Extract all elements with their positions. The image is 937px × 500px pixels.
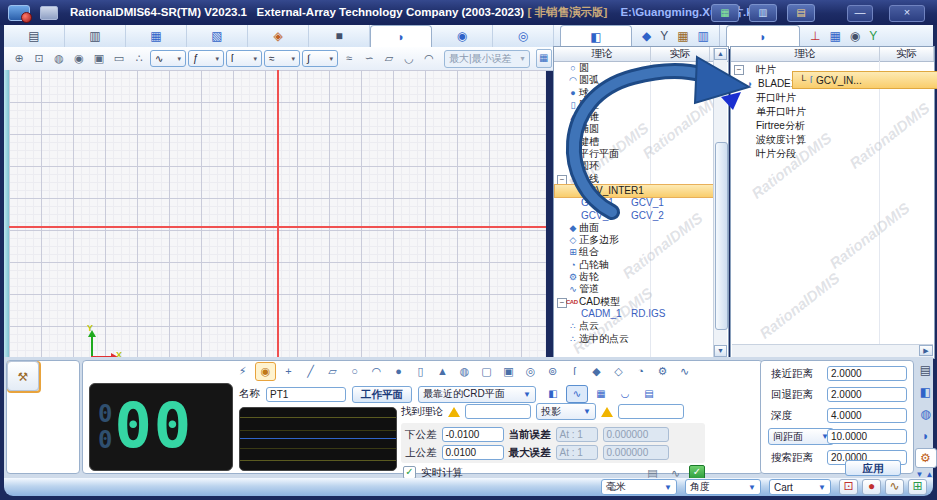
monitor-icon[interactable]: ▥ — [698, 30, 709, 42]
close-button[interactable]: × — [889, 5, 925, 22]
joystick-status-icon[interactable]: ⊞ — [908, 479, 927, 495]
tree-item[interactable]: ▯ 圆柱 — [555, 99, 713, 111]
theory-column-header[interactable]: 理论 — [554, 47, 651, 61]
report-grid-button[interactable]: ▦ — [536, 49, 553, 68]
tree-item[interactable]: Firtree分析 — [732, 119, 932, 133]
point-feature-icon[interactable]: ◉ — [255, 362, 276, 381]
probe-side-icon[interactable]: ◧ — [915, 382, 937, 402]
arc-up-icon[interactable]: ◡ — [400, 50, 418, 67]
app-icon[interactable] — [8, 5, 30, 21]
circle-feature-icon[interactable]: ○ — [345, 363, 364, 380]
scroll-right-icon[interactable]: ▶ — [919, 345, 933, 356]
tree-item[interactable]: 开口叶片 — [732, 91, 932, 105]
errorband-plane-icon[interactable]: ▱ — [380, 50, 398, 67]
controller-icon[interactable]: ▦ — [711, 4, 739, 22]
projection-input[interactable] — [618, 404, 684, 419]
arc-down-icon[interactable]: ◠ — [420, 50, 438, 67]
projection-dropdown[interactable]: 投影▼ — [536, 403, 596, 420]
angle-dropdown[interactable]: 角度▼ — [685, 479, 761, 495]
tree-item[interactable]: ∴ 点云 — [555, 320, 713, 332]
frame-status-icon[interactable]: ⊡ — [839, 479, 858, 495]
probe-cal-icon[interactable]: Y — [869, 30, 877, 42]
tab-measure-icon[interactable]: ◗ — [370, 25, 432, 49]
minimize-button[interactable]: — — [847, 5, 873, 22]
vprobe-side-icon[interactable]: ◗ — [915, 426, 937, 446]
expand-toggle-icon[interactable]: − — [734, 65, 744, 75]
solid-model-icon[interactable]: ◆ — [642, 30, 651, 42]
errorband-upper-icon[interactable]: ≈ — [340, 50, 358, 67]
upper-tolerance-input[interactable]: 0.0100 — [442, 445, 504, 460]
angle-toggle[interactable]: ◡ — [614, 385, 636, 403]
tree-item[interactable]: ⚙ 齿轮 — [555, 271, 713, 283]
probe-y-icon[interactable]: Y — [660, 30, 668, 42]
eye-view-icon[interactable]: ◉ — [70, 50, 88, 67]
tree-item[interactable]: ◔ 凸轮轴 — [555, 259, 713, 271]
tree-item[interactable]: − ſ 曲线 — [555, 173, 713, 185]
label-icon[interactable]: ▭ — [110, 50, 128, 67]
tree-scrollbar[interactable]: ▲ ▼ — [713, 48, 727, 357]
probe-cast-icon[interactable]: ⚡ — [233, 363, 252, 380]
tree-item[interactable]: ○ 圆 — [555, 62, 713, 74]
scroll-down-icon[interactable]: ▼ — [714, 345, 727, 357]
estop-status-icon[interactable]: ● — [862, 479, 881, 495]
plane-feature-icon[interactable]: ▱ — [323, 363, 342, 380]
tree-item[interactable]: ◆ 曲面 — [555, 222, 713, 234]
actual-column-header[interactable]: 实际 — [880, 47, 934, 61]
errorband-lower-icon[interactable]: ∽ — [360, 50, 378, 67]
tree-item[interactable]: ▣ 平行平面 — [555, 148, 713, 160]
settings-side-icon[interactable]: ⚙ — [915, 448, 937, 468]
spacing-plane-dropdown[interactable]: 间距面▼ — [768, 428, 834, 445]
curve-feature-icon[interactable]: ſ — [565, 363, 584, 380]
cone-feature-icon[interactable]: ▲ — [433, 363, 452, 380]
orbit-icon[interactable]: ◍ — [50, 50, 68, 67]
feature-name-input[interactable]: PT1 — [266, 387, 346, 402]
cam-feature-icon[interactable]: ◔ — [631, 363, 650, 380]
tree-item[interactable]: GCV_2 GCV_2 — [555, 210, 713, 222]
tab-document-icon[interactable]: ▥ — [65, 25, 126, 47]
pan-icon[interactable]: ⊕ — [10, 50, 28, 67]
tree-item[interactable]: − CAD CAD模型 — [555, 296, 713, 308]
machine-setup-button[interactable]: ⚒ — [7, 361, 39, 391]
axes-feature-icon[interactable]: + — [279, 363, 298, 380]
tree-item[interactable]: ◍ 椭圆 — [555, 123, 713, 135]
spacing-input[interactable]: 10.0000 — [827, 429, 907, 444]
tree-item[interactable]: ▢ 键槽 — [555, 136, 713, 148]
ellipse-feature-icon[interactable]: ◍ — [455, 363, 474, 380]
tree-item[interactable]: GCV_1 GCV_1 — [555, 197, 713, 209]
tab-ink-icon[interactable]: ■ — [309, 25, 370, 47]
torus-feature-icon[interactable]: ◎ — [521, 363, 540, 380]
whisker-normal-icon[interactable]: ∿ — [150, 50, 186, 67]
coordinate-dropdown[interactable]: Cart▼ — [769, 479, 831, 495]
tree-item[interactable]: ◎ 圆环 — [555, 160, 713, 172]
tree-item[interactable]: ● 球 — [555, 87, 713, 99]
gear-feature-icon[interactable]: ⚙ — [653, 363, 672, 380]
line-feature-icon[interactable]: ╱ — [301, 363, 320, 380]
scroll-thumb[interactable] — [715, 142, 728, 330]
cylinder-feature-icon[interactable]: ▯ — [411, 363, 430, 380]
retract-distance-input[interactable]: 2.0000 — [827, 387, 907, 402]
monitor-calc-icon[interactable]: ▥ — [749, 4, 777, 22]
tree-item[interactable]: ▲ 圆锥 — [555, 111, 713, 123]
graph-toggle[interactable]: ∿ — [566, 385, 588, 403]
tab-record-icon[interactable]: ◎ — [493, 25, 554, 47]
unit-dropdown[interactable]: 毫米▼ — [601, 479, 677, 495]
error-mode-dropdown[interactable]: 最大|最小误差 ▾ — [444, 50, 530, 68]
tree-item[interactable]: ∿ 管道 — [555, 283, 713, 295]
whisker-curve-icon[interactable]: ſ — [226, 50, 262, 67]
graphics-viewport[interactable]: Y X — [9, 70, 546, 357]
tab-colors-icon[interactable]: ◈ — [248, 25, 309, 47]
pen-status-icon[interactable]: ∿ — [885, 479, 904, 495]
tree-item[interactable]: ◇ 正多边形 — [555, 234, 713, 246]
tree-item[interactable]: CADM_1 RD.IGS — [555, 308, 713, 320]
arc-feature-icon[interactable]: ◠ — [367, 363, 386, 380]
parallel-planes-icon[interactable]: ▣ — [499, 363, 518, 380]
machine-link-icon[interactable]: ▤ — [787, 4, 815, 22]
capture-icon[interactable]: ▣ — [90, 50, 108, 67]
tab-machine-icon[interactable]: ▤ — [4, 25, 65, 47]
tree-item[interactable]: 叶片分段 — [732, 147, 932, 161]
tree-item[interactable]: GCV_INTER1 — [555, 185, 713, 197]
tab-calculator-icon[interactable]: ▦ — [126, 25, 187, 47]
grid-icon[interactable]: ▦ — [829, 30, 840, 42]
expand-toggle-icon[interactable]: − — [557, 175, 567, 185]
list-toggle[interactable]: ▤ — [638, 385, 660, 403]
